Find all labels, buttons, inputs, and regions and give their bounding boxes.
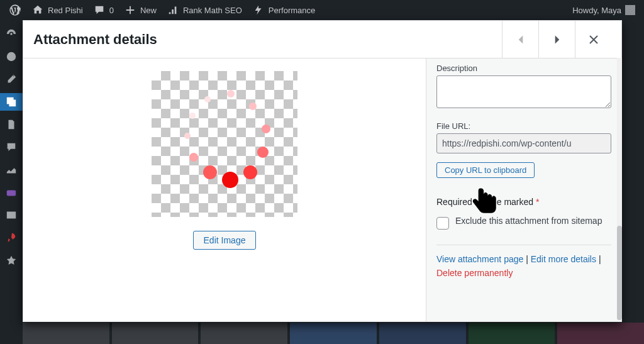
comments-count: 0	[109, 6, 114, 15]
description-label: Description	[436, 64, 611, 73]
delete-permanently-link[interactable]: Delete permanently	[436, 268, 513, 278]
view-attachment-link[interactable]: View attachment page	[436, 254, 523, 264]
wp-logo[interactable]	[4, 0, 26, 20]
rankmath-icon	[167, 4, 179, 16]
attachment-preview	[152, 71, 297, 217]
media-icon[interactable]	[0, 93, 23, 111]
howdy-text: Howdy, Maya	[572, 6, 621, 15]
avatar-icon	[625, 5, 635, 15]
rankmath-link[interactable]: Rank Math SEO	[162, 0, 247, 20]
svg-point-0	[7, 52, 16, 61]
file-url-input[interactable]	[436, 133, 611, 153]
comments-sidebar-icon[interactable]	[0, 138, 23, 156]
envelope-icon[interactable]	[0, 206, 23, 224]
details-column: Description File URL: Copy URL to clipbo…	[426, 58, 621, 321]
rankmath-text: Rank Math SEO	[183, 6, 242, 15]
comments-link[interactable]: 0	[88, 0, 119, 20]
performance-icon	[252, 4, 265, 16]
svg-rect-1	[7, 190, 16, 196]
home-icon	[31, 4, 44, 16]
details-scrollbar[interactable]	[617, 58, 622, 320]
performance-text: Performance	[269, 6, 315, 15]
new-link[interactable]: New	[119, 0, 162, 20]
close-button[interactable]	[575, 21, 611, 58]
wordpress-icon	[9, 4, 21, 16]
edit-more-details-link[interactable]: Edit more details	[531, 254, 596, 264]
plus-icon	[124, 4, 136, 16]
comment-icon	[93, 4, 106, 16]
woocommerce-icon[interactable]	[0, 184, 23, 201]
required-fields-note: Required e marked *	[436, 197, 611, 207]
exclude-sitemap-label: Exclude this attachment from sitemap	[455, 216, 602, 226]
modal-header: Attachment details	[23, 21, 621, 58]
performance-link[interactable]: Performance	[247, 0, 320, 20]
jetpack-icon[interactable]	[0, 48, 23, 65]
attachment-details-modal: Attachment details	[23, 20, 622, 322]
howdy-link[interactable]: Howdy, Maya	[567, 0, 640, 20]
exclude-sitemap-checkbox[interactable]	[436, 217, 449, 230]
edit-image-button[interactable]: Edit Image	[193, 231, 257, 250]
site-name-link[interactable]: Red Pishi	[26, 0, 88, 20]
star-icon[interactable]	[0, 252, 23, 269]
posts-icon[interactable]	[0, 70, 23, 88]
copy-url-button[interactable]: Copy URL to clipboard	[436, 162, 535, 178]
media-grid-background	[23, 323, 644, 344]
prev-button[interactable]	[502, 21, 538, 58]
rocket-icon[interactable]	[0, 229, 23, 247]
admin-sidebar	[0, 20, 23, 344]
pages-icon[interactable]	[0, 116, 23, 133]
analytics-icon[interactable]	[0, 161, 23, 179]
admin-bar: Red Pishi 0 New Rank Math SEO Performanc…	[0, 0, 644, 20]
next-button[interactable]	[538, 21, 575, 58]
file-url-label: File URL:	[436, 121, 611, 131]
modal-title: Attachment details	[33, 31, 502, 48]
site-name-text: Red Pishi	[48, 6, 83, 15]
description-textarea[interactable]	[436, 75, 611, 108]
dashboard-icon[interactable]	[0, 25, 23, 43]
new-text: New	[140, 6, 157, 15]
preview-column: Edit Image	[23, 58, 426, 321]
